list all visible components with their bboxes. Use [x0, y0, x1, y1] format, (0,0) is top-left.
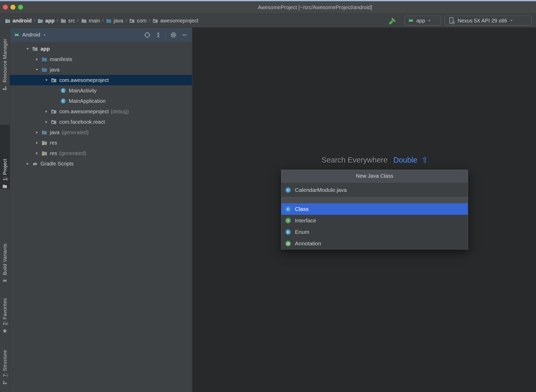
breadcrumb-label: com [137, 18, 147, 24]
minimize-window-button[interactable] [10, 5, 15, 10]
chevron-down-icon [427, 19, 432, 23]
collapse-arrow-icon[interactable] [34, 151, 40, 156]
toolbar-divider [166, 31, 166, 39]
tool-window-button-build-variants[interactable]: Build Variants [0, 225, 10, 283]
tree-item-res[interactable]: res(generated) [10, 148, 192, 158]
tree-item-gradle-scripts[interactable]: Gradle Scripts [10, 158, 192, 169]
source-folder-icon [41, 56, 48, 62]
tool-window-button-1-project[interactable]: 1: Project [0, 125, 10, 189]
package-icon [51, 77, 57, 83]
new-java-class-popup: New Java Class C CalendarModule.java CCl… [281, 170, 468, 250]
collapse-all-button[interactable] [155, 32, 162, 38]
tree-item-label: MainApplication [69, 98, 106, 104]
tool-window-button-2-favorites[interactable]: 2: Favorites [0, 281, 10, 334]
breadcrumb-item-main[interactable]: main [81, 18, 100, 24]
module-folder-icon [37, 18, 43, 24]
collapse-arrow-icon[interactable] [43, 119, 49, 124]
tree-item-label: com.awesomeproject [59, 109, 109, 115]
class-icon: C [285, 187, 292, 193]
tree-item-mainactivity[interactable]: CMainActivity [10, 85, 192, 96]
tool-window-button-7-structure[interactable]: 7: Structure [0, 342, 10, 385]
class-icon: C [60, 87, 66, 94]
tool-window-label: Resource Manager [2, 39, 8, 82]
expand-arrow-icon[interactable] [43, 78, 49, 83]
device-label: Nexus 5X API 29 x86 [458, 18, 507, 24]
collapse-arrow-icon[interactable] [34, 57, 40, 62]
arrow-spacer [53, 88, 59, 93]
breadcrumb-separator-icon: › [33, 16, 36, 24]
kind-option-annotation[interactable]: @Annotation [281, 238, 468, 249]
tool-window-button-resource-manager[interactable]: Resource Manager [0, 32, 10, 91]
breadcrumb-separator-icon: › [102, 16, 104, 24]
tree-item-annotation: (generated) [59, 150, 86, 156]
package-icon [152, 18, 158, 24]
kind-option-label: Interface [295, 217, 316, 224]
tree-item-manifests[interactable]: manifests [10, 54, 192, 64]
tree-item-mainapplication[interactable]: CMainApplication [10, 96, 192, 106]
tool-window-bar-left: Resource Manager1: ProjectBuild Variants… [0, 28, 10, 392]
class-icon: C [60, 98, 66, 104]
tree-item-res[interactable]: res [10, 138, 192, 148]
settings-gear-button[interactable] [170, 31, 177, 39]
package-icon [51, 108, 57, 115]
res-folder-icon [41, 140, 48, 146]
run-configuration-selector[interactable]: app [404, 16, 441, 26]
breadcrumb-label: java [114, 18, 123, 24]
svg-text:I: I [288, 219, 289, 223]
tree-item-label: java [50, 129, 60, 135]
title-bar[interactable]: AwesomeProject [~/src/AwesomeProject/and… [0, 0, 536, 14]
breadcrumb-item-java[interactable]: java [106, 18, 123, 24]
kind-option-interface[interactable]: IInterface [281, 215, 468, 226]
hide-panel-button[interactable] [181, 32, 188, 38]
package-icon [51, 119, 57, 125]
breadcrumb-item-app[interactable]: app [37, 18, 55, 24]
tool-window-label: 1: Project [2, 159, 8, 181]
tree-item-annotation: (generated) [62, 129, 89, 135]
tool-window-label: Build Variants [2, 243, 8, 275]
tree-item-java[interactable]: java(generated) [10, 127, 192, 138]
expand-arrow-icon[interactable] [34, 67, 40, 72]
collapse-arrow-icon[interactable] [43, 109, 49, 114]
close-window-button[interactable] [3, 5, 8, 10]
zoom-window-button[interactable] [18, 5, 23, 10]
breadcrumb-separator-icon: › [148, 16, 150, 24]
collapse-arrow-icon[interactable] [34, 130, 40, 135]
svg-text:E: E [287, 230, 289, 234]
tree-item-app[interactable]: app [10, 44, 192, 54]
tree-item-label: Gradle Scripts [40, 161, 74, 167]
device-selector[interactable]: Nexus 5X API 29 x86 [445, 16, 532, 26]
breadcrumb-label: app [45, 18, 55, 24]
tree-item-com.facebook.react[interactable]: com.facebook.react [10, 117, 192, 127]
collapse-arrow-icon[interactable] [25, 161, 30, 166]
class-icon: C [285, 206, 292, 212]
res-folder-icon [41, 150, 48, 156]
collapse-arrow-icon[interactable] [34, 140, 40, 145]
class-name-input[interactable]: C CalendarModule.java [281, 182, 468, 198]
project-tool-window: Android appmanifestsjavacom.awesomeproje… [10, 28, 192, 392]
folder-icon [81, 18, 87, 24]
tree-item-java[interactable]: java [10, 64, 192, 75]
device-phone-icon [448, 17, 455, 24]
tree-item-label: java [50, 67, 60, 73]
tree-item-label: com.facebook.react [59, 119, 105, 125]
svg-text:C: C [62, 89, 64, 92]
annotation-icon: @ [285, 240, 292, 247]
expand-arrow-icon[interactable] [25, 46, 30, 51]
breadcrumb-item-awesomeproject[interactable]: awesomeproject [152, 18, 198, 24]
kind-option-enum[interactable]: EEnum [281, 226, 468, 238]
chevron-down-icon[interactable] [43, 33, 47, 37]
project-icon [2, 183, 8, 189]
tree-item-label: res [50, 150, 57, 156]
tree-item-com.awesomeproject[interactable]: com.awesomeproject [10, 75, 192, 85]
svg-text:C: C [287, 207, 289, 211]
project-view-selector[interactable]: Android [22, 32, 40, 38]
shortcut-double-text: Double [393, 156, 417, 164]
breadcrumb-item-src[interactable]: src [60, 18, 75, 24]
build-hammer-icon[interactable] [388, 17, 397, 25]
kind-option-class[interactable]: CClass [281, 203, 468, 215]
locate-file-button[interactable] [144, 31, 151, 39]
source-folder-icon [106, 18, 112, 24]
breadcrumb-item-android[interactable]: android [5, 18, 32, 24]
breadcrumb-item-com[interactable]: com [129, 18, 147, 24]
tree-item-com.awesomeproject[interactable]: com.awesomeproject(debug) [10, 106, 192, 117]
